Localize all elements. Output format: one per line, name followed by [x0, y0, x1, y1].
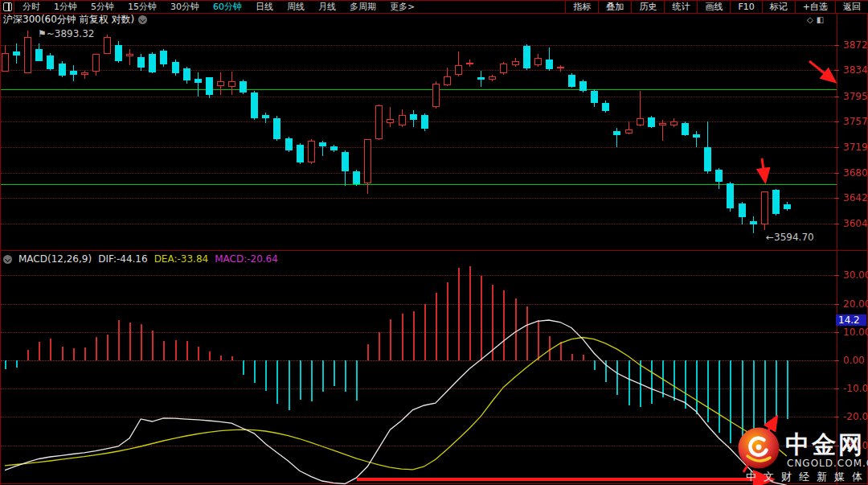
macd-gridline [1, 275, 837, 276]
macd-axis-label: -20.00 [843, 411, 868, 422]
candle-body [772, 190, 780, 215]
macd-bar [243, 360, 244, 375]
price-axis-label: 3719 [843, 142, 868, 153]
cngold-logo-icon [737, 426, 781, 471]
candle-wick [198, 72, 199, 97]
price-axis-tick [834, 121, 839, 122]
candle-body [172, 62, 179, 74]
macd-bar [39, 342, 40, 360]
candle-body [466, 63, 473, 64]
macd-axis-tick [834, 332, 839, 333]
candle-body [353, 171, 360, 184]
macd-bar [583, 355, 584, 360]
macd-bar [628, 360, 630, 405]
candle-body [59, 64, 66, 76]
candle-body [546, 60, 553, 69]
menu-underline [1, 13, 868, 14]
candle-body [579, 81, 587, 91]
macd-bar [96, 337, 97, 360]
price-axis-label: 3795 [843, 91, 868, 102]
candle-body [308, 141, 315, 162]
macd-bar [424, 304, 426, 360]
macd-bar [776, 360, 777, 421]
candle-body [217, 81, 224, 86]
price-axis-tick [834, 70, 839, 71]
macd-bar [5, 360, 6, 369]
price-axis-tick [834, 45, 839, 46]
macd-bar [118, 320, 120, 360]
candle-wick [390, 107, 391, 127]
macd-axis-tick [834, 388, 839, 389]
candle-body [387, 119, 394, 123]
macd-bar [379, 332, 380, 360]
macd-bar [367, 344, 369, 360]
candle-body [137, 57, 145, 68]
macd-bar [198, 347, 199, 360]
macd-bar [107, 335, 108, 360]
left-arrow-icon: ← [766, 232, 774, 243]
candle-body [81, 72, 88, 75]
candle-body [444, 76, 451, 85]
candle-body [399, 115, 406, 125]
macd-gridline [1, 417, 837, 417]
candle-body [625, 129, 633, 134]
price-gridline [1, 224, 837, 224]
macd-bar [209, 351, 211, 360]
candle-body [670, 121, 678, 125]
candle-body [251, 92, 258, 118]
macd-bar [265, 360, 267, 391]
macd-bar [129, 323, 131, 360]
macd-bar [73, 348, 75, 360]
high-price-label: ⚑~3893.32 [38, 28, 94, 39]
candle-body [591, 91, 598, 103]
chart-area[interactable]: 3872383437953757371936803642360430.0020.… [1, 0, 868, 485]
candle-body [342, 152, 349, 171]
macd-bar [390, 319, 391, 360]
candle-body [784, 204, 791, 209]
watermark-tagline: 中文财经新媒体 [746, 470, 868, 484]
macd-bar [311, 360, 313, 401]
macd-bar [538, 320, 539, 360]
candle-body [160, 51, 167, 64]
macd-bar [84, 347, 86, 360]
macd-bar [469, 266, 471, 360]
candle-body [761, 191, 768, 224]
candle-body [330, 146, 338, 150]
macd-bar [719, 360, 720, 433]
macd-bar [175, 340, 177, 360]
candle-body [421, 115, 428, 129]
macd-bar [289, 360, 290, 410]
candle-body [512, 61, 519, 65]
candle-body [523, 46, 530, 68]
macd-bar [503, 290, 505, 360]
macd-bar [322, 360, 324, 392]
macd-bar [753, 360, 755, 434]
macd-bar [696, 360, 698, 414]
candle-wick [753, 216, 754, 234]
support-line [1, 89, 837, 90]
candle-body [534, 58, 542, 65]
price-axis-tick [834, 224, 839, 224]
candle-body [568, 75, 575, 87]
macd-bar [594, 360, 596, 370]
candle-body [682, 123, 689, 135]
candle-body [126, 54, 133, 56]
price-gridline [1, 70, 837, 71]
candle-body [715, 170, 723, 182]
macd-axis-label: -10.00 [843, 383, 868, 394]
price-gridline [1, 45, 837, 46]
macd-axis-label: 20.00 [843, 298, 868, 310]
macd-axis-tick [834, 360, 839, 361]
candle-body [319, 142, 326, 146]
candle-body [149, 54, 156, 72]
macd-bar [50, 339, 51, 360]
macd-bar [356, 360, 358, 401]
price-axis-label: 3604 [843, 218, 868, 229]
candle-body [297, 145, 304, 162]
panel-separator [1, 250, 868, 251]
flag-icon: ⚑ [38, 28, 47, 39]
candle-wick [696, 131, 697, 147]
price-axis-label: 3642 [843, 192, 868, 203]
price-gridline [1, 147, 837, 148]
macd-axis-badge: 14.2 [836, 314, 866, 326]
